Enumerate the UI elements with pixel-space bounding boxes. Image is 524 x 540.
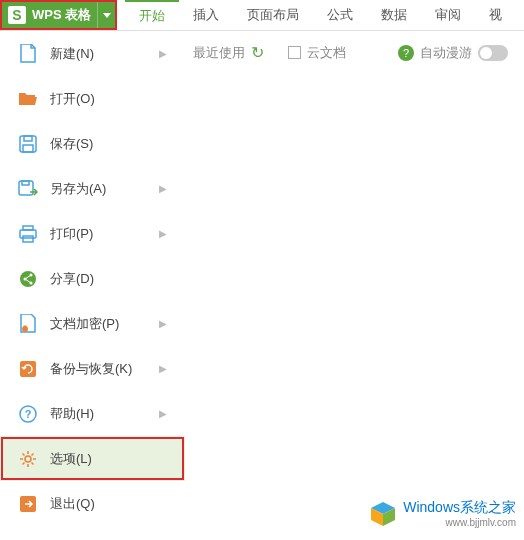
encrypt-icon [18,314,38,334]
app-menu-dropdown[interactable] [97,2,115,28]
menu-item-backup[interactable]: 备份与恢复(K) ▶ [0,346,185,391]
app-logo-icon: S [8,6,26,24]
menu-label: 退出(Q) [50,495,167,513]
chevron-down-icon [103,13,111,18]
windows-logo-icon [369,500,397,528]
menu-item-new[interactable]: 新建(N) ▶ [0,31,185,76]
auto-roam-section: ? 自动漫游 [398,44,508,62]
watermark: Windows系统之家 www.bjjmlv.com [369,499,516,528]
share-icon [18,269,38,289]
refresh-icon[interactable]: ↻ [251,43,264,62]
open-folder-icon [18,89,38,109]
content-area: 最近使用 ↻ 云文档 ? 自动漫游 [185,31,524,540]
menu-item-save[interactable]: 保存(S) [0,121,185,166]
cloud-label: 云文档 [307,44,346,62]
menu-label: 文档加密(P) [50,315,159,333]
watermark-url: www.bjjmlv.com [403,517,516,528]
menu-item-print[interactable]: 打印(P) ▶ [0,211,185,256]
tab-page-layout[interactable]: 页面布局 [233,0,313,30]
menu-label: 打开(O) [50,90,167,108]
menu-item-share[interactable]: 分享(D) [0,256,185,301]
main-area: 新建(N) ▶ 打开(O) 保存(S) 另存为(A) ▶ [0,30,524,540]
svg-rect-2 [23,145,33,152]
tab-view[interactable]: 视 [475,0,516,30]
save-as-icon [18,179,38,199]
menu-item-help[interactable]: ? 帮助(H) ▶ [0,391,185,436]
menu-label: 打印(P) [50,225,159,243]
menu-item-options[interactable]: 选项(L) [0,436,185,481]
backup-icon [18,359,38,379]
watermark-text: Windows系统之家 [403,499,516,515]
tab-start[interactable]: 开始 [125,0,179,30]
menu-item-save-as[interactable]: 另存为(A) ▶ [0,166,185,211]
svg-point-17 [25,456,31,462]
menu-label: 另存为(A) [50,180,159,198]
new-file-icon [18,44,38,64]
menu-label: 帮助(H) [50,405,159,423]
print-icon [18,224,38,244]
settings-gear-icon [18,449,38,469]
chevron-right-icon: ▶ [159,228,167,239]
app-title-highlight-box: S WPS 表格 [0,0,117,30]
menu-item-exit[interactable]: 退出(Q) [0,481,185,526]
menu-label: 保存(S) [50,135,167,153]
svg-text:?: ? [25,408,32,420]
file-menu-sidebar: 新建(N) ▶ 打开(O) 保存(S) 另存为(A) ▶ [0,31,185,540]
svg-rect-7 [23,236,33,242]
menu-item-encrypt[interactable]: 文档加密(P) ▶ [0,301,185,346]
auto-roam-label: 自动漫游 [420,44,472,62]
svg-rect-14 [20,361,36,377]
svg-rect-4 [22,181,29,185]
svg-point-8 [20,271,36,287]
save-disk-icon [18,134,38,154]
tab-review[interactable]: 审阅 [421,0,475,30]
app-title[interactable]: S WPS 表格 [2,2,97,28]
content-toolbar: 最近使用 ↻ 云文档 ? 自动漫游 [193,43,516,62]
menu-label: 备份与恢复(K) [50,360,159,378]
menu-item-open[interactable]: 打开(O) [0,76,185,121]
tab-insert[interactable]: 插入 [179,0,233,30]
tab-data[interactable]: 数据 [367,0,421,30]
header: S WPS 表格 开始 插入 页面布局 公式 数据 审阅 视 [0,0,524,30]
recent-files-section[interactable]: 最近使用 ↻ [193,43,264,62]
help-icon: ? [18,404,38,424]
tab-formula[interactable]: 公式 [313,0,367,30]
checkbox-icon [288,46,301,59]
exit-icon [18,494,38,514]
cloud-docs-checkbox[interactable]: 云文档 [288,44,346,62]
auto-roam-toggle[interactable] [478,45,508,61]
chevron-right-icon: ▶ [159,48,167,59]
chevron-right-icon: ▶ [159,318,167,329]
help-badge-icon[interactable]: ? [398,45,414,61]
chevron-right-icon: ▶ [159,408,167,419]
menu-label: 选项(L) [50,450,167,468]
menu-label: 分享(D) [50,270,167,288]
chevron-right-icon: ▶ [159,183,167,194]
svg-rect-3 [19,181,33,195]
menu-label: 新建(N) [50,45,159,63]
ribbon-tabs: 开始 插入 页面布局 公式 数据 审阅 视 [125,0,516,30]
chevron-right-icon: ▶ [159,363,167,374]
app-name-label: WPS 表格 [32,6,91,24]
recent-label: 最近使用 [193,44,245,62]
svg-rect-1 [24,136,32,141]
